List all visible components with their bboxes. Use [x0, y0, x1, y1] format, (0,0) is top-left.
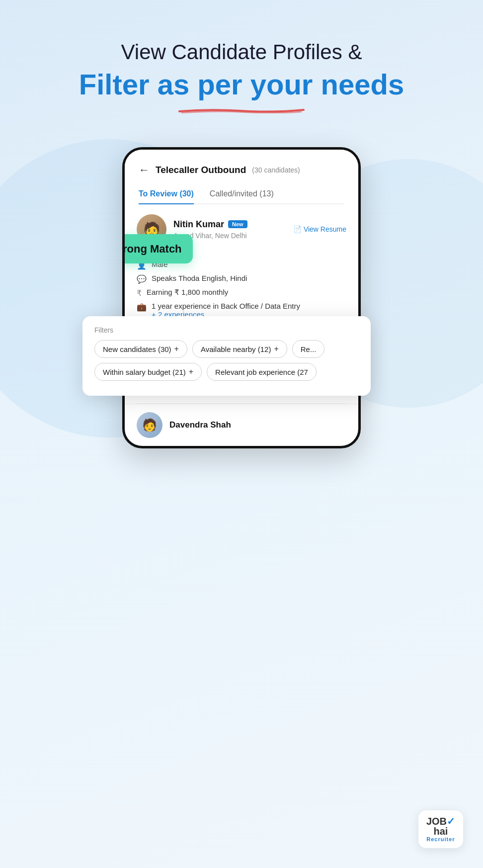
detail-row-salary: ₹ Earning ₹ 1,800 monthly — [137, 288, 346, 298]
briefcase-icon: 💼 — [137, 302, 147, 312]
filter-chip-experience[interactable]: Relevant job experience (27 — [207, 363, 317, 381]
language-text: Speaks Thoda English, Hindi — [152, 274, 247, 282]
strong-match-text: Strong Match — [122, 243, 182, 256]
job-text: JOB — [426, 816, 447, 827]
chat-icon: 💬 — [137, 274, 147, 284]
next-candidate-name: Davendra Shah — [169, 420, 231, 430]
header-subtitle: View Candidate Profiles & — [20, 40, 463, 65]
tab-to-review[interactable]: To Review (30) — [139, 184, 194, 203]
jobhai-logo: JOB✓ hai Recruiter — [418, 810, 463, 848]
phone-container: Filters New candidates (30) + Available … — [0, 147, 483, 448]
next-candidate-avatar: 🧑 — [137, 412, 162, 438]
view-resume-link[interactable]: 📄 View Resume — [293, 225, 346, 233]
tab-called-invited[interactable]: Called/invited (13) — [210, 184, 274, 203]
header-section: View Candidate Profiles & Filter as per … — [0, 0, 483, 132]
phone-nav: ← Telecaller Outbound (30 candidates) — [139, 164, 344, 176]
rupee-icon: ₹ — [137, 288, 142, 298]
phone-mockup: ← Telecaller Outbound (30 candidates) To… — [122, 147, 361, 448]
next-candidate-preview[interactable]: 🧑 Davendra Shah — [125, 404, 358, 446]
filter-chips-row-1: New candidates (30) + Available nearby (… — [94, 340, 359, 358]
candidate-name-row: Nitin Kumar New — [173, 219, 286, 230]
filter-chips-row-2: Within salary budget (21) + Relevant job… — [94, 363, 359, 381]
tabs-row: To Review (30) Called/invited (13) — [139, 184, 344, 204]
strong-match-badge: 👍 Strong Match — [122, 234, 193, 263]
recruiter-text: Recruiter — [426, 836, 455, 842]
check-icon: ✓ — [447, 816, 455, 827]
hai-text: hai — [433, 826, 448, 837]
phone-header: ← Telecaller Outbound (30 candidates) To… — [125, 150, 358, 204]
filter-chip-re[interactable]: Re... — [292, 340, 325, 358]
salary-text: Earning ₹ 1,800 monthly — [147, 288, 228, 297]
filters-label: Filters — [94, 326, 359, 334]
new-badge: New — [228, 220, 247, 228]
filter-chip-salary[interactable]: Within salary budget (21) + — [94, 363, 202, 381]
candidate-name: Nitin Kumar — [173, 219, 224, 230]
candidates-count: (30 candidates) — [252, 166, 300, 174]
filters-card: Filters New candidates (30) + Available … — [82, 316, 371, 396]
back-arrow-icon[interactable]: ← — [139, 164, 150, 176]
filter-chip-available-nearby[interactable]: Available nearby (12) + — [192, 340, 287, 358]
document-icon: 📄 — [293, 225, 302, 233]
detail-row-language: 💬 Speaks Thoda English, Hindi — [137, 274, 346, 284]
filter-chip-new-candidates[interactable]: New candidates (30) + — [94, 340, 187, 358]
job-title: Telecaller Outbound — [156, 165, 246, 175]
header-title: Filter as per your needs — [20, 69, 463, 100]
underline-decoration — [177, 106, 306, 112]
